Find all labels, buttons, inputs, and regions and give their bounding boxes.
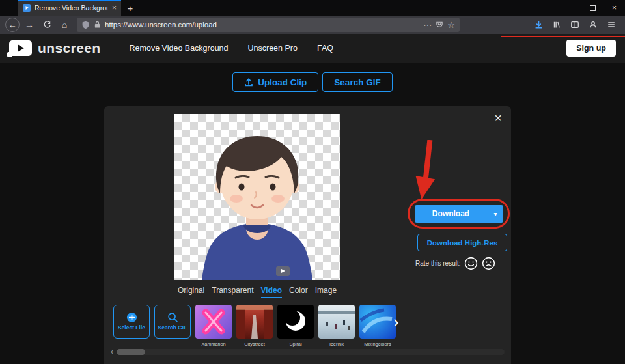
search-icon (167, 312, 178, 323)
action-row: Upload Clip Search GIF (0, 72, 625, 92)
downloads-button[interactable] (531, 17, 546, 33)
thumbnail-label: Mixingcolors (364, 341, 391, 347)
tab-original[interactable]: Original (178, 286, 204, 298)
forward-button[interactable]: → (21, 17, 37, 33)
progress-red-line (501, 36, 625, 37)
plus-circle-icon (126, 312, 137, 323)
reload-icon (43, 21, 51, 29)
download-button[interactable]: Download (415, 205, 488, 223)
tracking-shield-icon[interactable] (81, 21, 90, 29)
window-close-button[interactable]: × (604, 0, 625, 16)
bookmark-star-icon[interactable]: ☆ (447, 20, 455, 30)
thumbnail-icerink-image (318, 305, 355, 339)
download-icon (534, 20, 544, 30)
thumbnail-xanimation[interactable]: Xanimation (195, 305, 232, 347)
library-button[interactable] (549, 17, 564, 33)
select-file-button[interactable]: Select File (113, 305, 150, 339)
nav-remove-video-background[interactable]: Remove Video Background (130, 44, 229, 53)
unscreen-logo[interactable]: unscreen (9, 40, 101, 56)
thumbnail-icerink[interactable]: Icerink (318, 305, 355, 347)
select-file-label: Select File (118, 325, 145, 331)
tab-close-icon[interactable]: × (112, 4, 117, 12)
thumbnail-citystreet-image (236, 305, 273, 339)
site-header: unscreen Remove Video Background Unscree… (0, 34, 625, 63)
panel-close-button[interactable]: × (494, 111, 502, 124)
page-actions-icon[interactable]: ⋯ (423, 20, 432, 30)
tab-favicon-icon (23, 4, 31, 12)
thumbnail-label: Xanimation (201, 341, 226, 347)
lock-icon[interactable] (94, 21, 101, 29)
tab-title: Remove Video Background (35, 4, 108, 12)
format-tabs: Original Transparent Video Color Image (171, 286, 344, 298)
library-icon (552, 20, 561, 29)
account-icon (589, 20, 598, 29)
browser-tab[interactable]: Remove Video Background × (18, 0, 121, 16)
sidebar-button[interactable] (568, 17, 582, 33)
carousel-scrollbar: ‹ (111, 348, 505, 356)
video-preview (174, 114, 340, 280)
rate-label: Rate this result: (415, 260, 460, 267)
tab-image[interactable]: Image (315, 286, 337, 298)
window-maximize-button[interactable] (582, 0, 604, 16)
maximize-icon (590, 5, 596, 11)
rate-sad-icon[interactable] (482, 257, 495, 270)
nav-unscreen-pro[interactable]: Unscreen Pro (248, 44, 298, 53)
scroll-left-icon[interactable]: ‹ (111, 348, 113, 356)
thumbnail-spiral-image (277, 305, 314, 339)
thumbnail-mixingcolors-image (359, 305, 396, 339)
rate-happy-icon[interactable] (464, 257, 478, 270)
thumbnail-citystreet[interactable]: Citystreet (236, 305, 273, 347)
result-panel: × Download ▾ Download High-Res Rate this… (104, 106, 511, 364)
sidebar-icon (570, 20, 579, 29)
upload-clip-button[interactable]: Upload Clip (232, 72, 318, 92)
thumbnail-spiral[interactable]: Spiral (277, 305, 314, 347)
browser-titlebar: Remove Video Background × + – × (0, 0, 625, 16)
unscreen-logo-icon (9, 40, 32, 56)
window-minimize-button[interactable]: – (561, 0, 582, 16)
upload-clip-label: Upload Clip (258, 77, 307, 87)
carousel-search-gif-button[interactable]: Search GIF (154, 305, 191, 339)
carousel-search-gif-label: Search GIF (158, 325, 188, 331)
reload-button[interactable] (39, 17, 55, 33)
download-split-button: Download ▾ (415, 205, 503, 223)
new-tab-button[interactable]: + (121, 0, 139, 16)
tab-color[interactable]: Color (289, 286, 308, 298)
thumbnail-mixingcolors[interactable]: Mixingcolors (359, 305, 396, 347)
hamburger-menu-icon (607, 20, 616, 29)
upload-icon (244, 77, 253, 87)
menu-button[interactable] (604, 17, 618, 33)
page-content: unscreen Remove Video Background Unscree… (0, 34, 625, 364)
scrollbar-track[interactable] (117, 349, 505, 355)
thumbnail-label: Citystreet (244, 341, 265, 347)
tab-video[interactable]: Video (261, 286, 282, 298)
pocket-icon[interactable] (436, 21, 443, 29)
annotation-arrow (409, 140, 445, 203)
thumbnail-label: Spiral (289, 341, 301, 347)
nav-faq[interactable]: FAQ (317, 44, 333, 53)
thumbnail-label: Icerink (329, 341, 344, 347)
download-dropdown-button[interactable]: ▾ (488, 205, 503, 223)
annotation-oval: Download ▾ (408, 199, 510, 229)
url-text[interactable]: https://www.unscreen.com/upload (105, 21, 419, 29)
unscreen-watermark-icon (276, 266, 290, 276)
home-button[interactable]: ⌂ (57, 17, 72, 33)
search-gif-label: Search GIF (334, 77, 380, 87)
scrollbar-thumb[interactable] (117, 349, 145, 355)
download-highres-button[interactable]: Download High-Res (417, 234, 507, 251)
back-button[interactable]: ← (5, 18, 20, 32)
account-button[interactable] (586, 17, 600, 33)
avatar-illustration (174, 114, 340, 280)
site-nav: Remove Video Background Unscreen Pro FAQ (130, 44, 333, 53)
tab-transparent[interactable]: Transparent (212, 286, 253, 298)
signup-button[interactable]: Sign up (566, 40, 616, 57)
toolbar-right-cluster (531, 17, 620, 33)
browser-toolbar: ← → ⌂ https://www.unscreen.com/upload ⋯ … (0, 16, 625, 34)
rate-row: Rate this result: (415, 257, 495, 270)
clip-carousel: Select File Search GIF Xanimation (113, 305, 396, 347)
thumbnail-xanimation-image (195, 305, 232, 339)
search-gif-button[interactable]: Search GIF (322, 72, 392, 92)
carousel-next-button[interactable]: › (393, 313, 399, 330)
window-controls: – × (561, 0, 625, 16)
url-bar[interactable]: https://www.unscreen.com/upload ⋯ ☆ (77, 18, 460, 32)
brand-name: unscreen (38, 40, 101, 56)
